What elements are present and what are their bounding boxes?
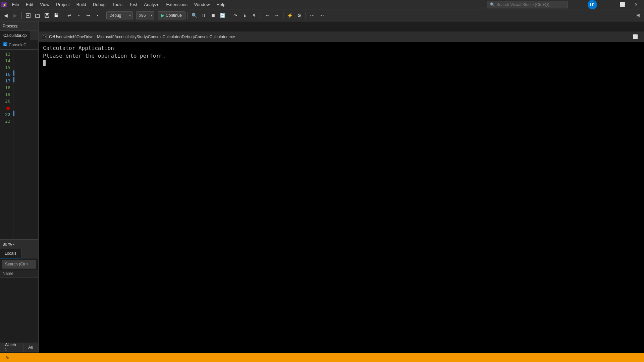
vs-icon: ⚡	[1, 2, 7, 7]
pause-button[interactable]: ⏸	[199, 11, 208, 20]
left-panel: Process: Calculator.cp C ConsoleC 13 14 …	[0, 21, 39, 352]
undo-button[interactable]: ↩	[65, 11, 74, 20]
open-button[interactable]	[33, 11, 42, 20]
layout-button[interactable]: ⊞	[634, 11, 643, 20]
menu-window[interactable]: Window	[191, 0, 213, 9]
continue-label: Continue	[166, 13, 182, 18]
step-out-button[interactable]: ↟	[250, 11, 259, 20]
menu-file[interactable]: File	[9, 0, 22, 9]
redo-button[interactable]: ↪	[84, 11, 93, 20]
zoom-value: 80 %	[3, 242, 12, 247]
right-area: C:\ C:\Users\lerich\OneDrive - Microsoft…	[39, 21, 644, 352]
performance-button[interactable]: ⚡	[285, 11, 294, 20]
console-prompt: Please enter the operation to perform.	[43, 53, 640, 59]
tab-watch1[interactable]: Watch 1	[0, 343, 23, 352]
forward-nav-button[interactable]: →	[272, 11, 281, 20]
undo-dropdown[interactable]: ▾	[74, 11, 83, 20]
console-restore-btn[interactable]: ⬜	[629, 33, 641, 41]
menu-view[interactable]: View	[37, 0, 53, 9]
search-input[interactable]	[496, 2, 565, 7]
minimize-button[interactable]: —	[602, 0, 616, 9]
indicator-bar-22	[13, 111, 14, 116]
profile-avatar[interactable]: LR	[588, 0, 597, 9]
settings-button[interactable]: ⚙	[295, 11, 304, 20]
line-17: 17	[3, 78, 10, 84]
toolbar-separator-7	[283, 12, 283, 19]
redo-dropdown[interactable]: ▾	[93, 11, 102, 20]
play-icon: ▶	[161, 13, 164, 18]
bottom-tabs: Locals	[0, 249, 38, 258]
forward-button[interactable]: ▶	[11, 11, 19, 20]
menu-debug[interactable]: Debug	[90, 0, 109, 9]
more-button[interactable]: ⋯	[308, 11, 317, 20]
platform-dropdown[interactable]: x86 x64	[136, 11, 154, 19]
restart-button[interactable]: 🔄	[218, 11, 227, 20]
toolbar-separator-2	[63, 12, 63, 19]
console-body[interactable]: Calculator Application Please enter the …	[39, 42, 644, 362]
debug-config-dropdown[interactable]: Debug Release	[106, 11, 133, 19]
line-numbers: 13 14 15 16 17 18 19 20 21 22 23	[0, 50, 13, 239]
search-debug-button[interactable]: 🔍	[190, 11, 199, 20]
main-layout: Process: Calculator.cp C ConsoleC 13 14 …	[0, 21, 644, 352]
locals-search-text: Search (Ctrl+	[5, 262, 29, 266]
new-project-button[interactable]	[24, 11, 33, 20]
locals-search[interactable]: Search (Ctrl+	[2, 260, 36, 268]
menu-help[interactable]: Help	[213, 0, 229, 9]
file-tab-calculator[interactable]: Calculator.cp	[0, 31, 30, 40]
menu-build[interactable]: Build	[73, 0, 90, 9]
console-input-line	[43, 60, 640, 66]
more2-button[interactable]: ⋯	[317, 11, 326, 20]
menu-test[interactable]: Test	[126, 0, 141, 9]
menu-edit[interactable]: Edit	[22, 0, 37, 9]
menu-extensions[interactable]: Extensions	[163, 0, 191, 9]
console-title-text: C:\Users\lerich\OneDrive - Microsoft\Acc…	[49, 35, 616, 39]
zoom-control[interactable]: 80 % ▾	[0, 239, 38, 249]
svg-text:⚡: ⚡	[2, 2, 7, 7]
tab-auto[interactable]: Au	[23, 343, 38, 352]
step-into-button[interactable]: ↡	[240, 11, 249, 20]
line-18: 18	[3, 84, 10, 91]
code-content[interactable]	[15, 50, 38, 239]
search-icon: 🔍	[490, 2, 495, 7]
line-20: 20	[3, 98, 10, 105]
save-all-button[interactable]: 💾	[52, 11, 61, 20]
menu-project[interactable]: Project	[53, 0, 73, 9]
save-button[interactable]	[43, 11, 51, 20]
close-button[interactable]: ✕	[629, 0, 643, 9]
line-15: 15	[3, 64, 10, 71]
locals-panel: Search (Ctrl+ Name	[0, 258, 38, 278]
console-window: C:\ C:\Users\lerich\OneDrive - Microsoft…	[39, 32, 644, 362]
toolbar-separator-1	[21, 12, 22, 19]
search-box[interactable]: 🔍	[487, 1, 568, 8]
line-19: 19	[3, 91, 10, 98]
process-label: Process:	[3, 24, 18, 28]
svg-text:C: C	[4, 43, 6, 46]
bottom-panel: Locals Search (Ctrl+ Name	[0, 249, 38, 343]
stop-button[interactable]: ⏹	[209, 11, 217, 20]
console-title-bar: C:\ C:\Users\lerich\OneDrive - Microsoft…	[39, 32, 644, 42]
file-tabs: Calculator.cp	[0, 31, 38, 40]
svg-text:C:\: C:\	[43, 35, 47, 39]
svg-rect-6	[46, 13, 48, 15]
back-nav-button[interactable]: ←	[263, 11, 272, 20]
restore-button[interactable]: ⬜	[616, 0, 629, 9]
line-16: 16	[3, 71, 10, 78]
process-bar: Process:	[0, 21, 38, 31]
console-minimize-btn[interactable]: —	[616, 33, 629, 41]
step-over-button[interactable]: ↷	[231, 11, 240, 20]
menu-analyze[interactable]: Analyze	[141, 0, 163, 9]
menu-tools[interactable]: Tools	[109, 0, 126, 9]
status-bar: At	[0, 353, 644, 362]
continue-button[interactable]: ▶ Continue	[158, 11, 185, 19]
indicator-bar-16	[13, 70, 14, 76]
code-tab-console[interactable]: C ConsoleC	[0, 40, 30, 50]
code-tab-icon: C	[3, 42, 7, 47]
toolbar: ◀ ▶ 💾 ↩ ▾ ↪ ▾ Debug Release x86 x64 ▶ Co…	[0, 9, 644, 21]
watch-auto-tabs: Watch 1 Au	[0, 343, 38, 352]
platform-dropdown-wrap: x86 x64	[136, 11, 154, 19]
back-button[interactable]: ◀	[1, 11, 10, 20]
tab-locals[interactable]: Locals	[0, 249, 21, 258]
line-21-breakpoint: 21	[3, 105, 10, 111]
console-prompt-text: Please enter the operation to perform.	[43, 53, 166, 59]
line-23: 23	[3, 118, 10, 125]
